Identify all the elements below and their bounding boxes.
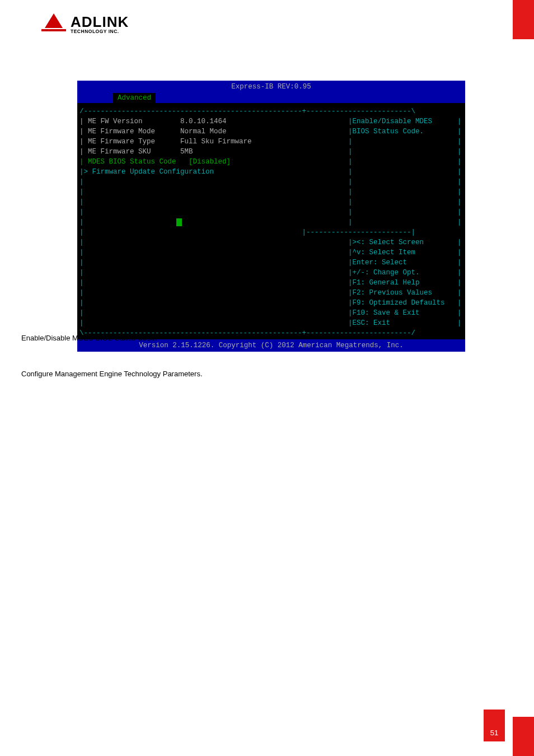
bios-help-left: | — [79, 298, 348, 308]
bios-cursor-row: | — [79, 217, 348, 227]
bios-row: || | — [79, 207, 463, 217]
bios-help-left: | — [79, 288, 348, 298]
bios-help-left: | — [79, 237, 348, 248]
bios-help-line: |Enter: Select | — [348, 258, 463, 268]
bios-title: Express-IB REV:0.95 — [77, 81, 465, 93]
bios-row-left: | — [79, 207, 348, 217]
bios-help-left: | — [79, 258, 348, 268]
bios-help-left: | — [79, 278, 348, 288]
bios-row: || | — [79, 187, 463, 197]
bios-row-right: | | — [348, 187, 463, 197]
bios-row-right: | | — [348, 157, 463, 167]
footer-red-strip — [513, 717, 534, 756]
bios-row: | ME Firmware Type Full Sku Firmware| | — [79, 137, 463, 147]
bios-row-right: | | — [348, 197, 463, 207]
bios-row-right: | | — [348, 167, 463, 177]
bios-row-right: | | — [348, 137, 463, 147]
bios-help-line: |^v: Select Item | — [348, 248, 463, 258]
bios-row-right: | | — [348, 217, 463, 227]
bios-tab-bar: Advanced — [77, 93, 465, 103]
logo-text-small: TECHNOLOGY INC. — [71, 29, 129, 34]
tab-advanced[interactable]: Advanced — [113, 93, 156, 103]
bios-help-left: | — [79, 248, 348, 258]
bios-help-line: |F10: Save & Exit | — [348, 308, 463, 318]
bios-row-left: | — [79, 177, 348, 187]
bios-row-left: | ME Firmware Mode Normal Mode — [79, 127, 348, 137]
bios-row-left: | ME FW Version 8.0.10.1464 — [79, 116, 348, 127]
bios-row-left: | — [79, 187, 348, 197]
bios-help-line: |F9: Optimized Defaults | — [348, 298, 463, 308]
bios-row: || | — [79, 177, 463, 187]
bios-row-right: | | — [348, 147, 463, 157]
bios-row: || | — [79, 197, 463, 207]
help-separator: | |-------------------------| — [79, 227, 463, 237]
bios-help-left: | — [79, 308, 348, 318]
bios-screenshot: Express-IB REV:0.95 Advanced /----------… — [77, 81, 465, 352]
bios-help-line: |F1: General Help | — [348, 278, 463, 288]
bios-row: |> Firmware Update Configuration| | — [79, 167, 463, 177]
bios-help-line: |F2: Previous Values | — [348, 288, 463, 298]
paragraph-mdes: Enable/Disable MDES BIOS Status Code. — [21, 334, 157, 342]
header-red-strip — [513, 0, 534, 39]
bios-help-line: |ESC: Exit | — [348, 318, 463, 328]
logo-text-big: ADLINK — [71, 15, 129, 29]
bios-row-right: | | — [348, 177, 463, 187]
bios-row: | MDES BIOS Status Code [Disabled]| | — [79, 157, 463, 167]
bios-help-left: | — [79, 318, 348, 328]
bios-help-line: |><: Select Screen | — [348, 237, 463, 248]
bios-row-left[interactable]: | MDES BIOS Status Code [Disabled] — [79, 157, 348, 167]
bios-row-right: |Enable/Disable MDES | — [348, 116, 463, 127]
brand-logo: ADLINK TECHNOLOGY INC. — [40, 12, 129, 36]
bios-row-right: | | — [348, 207, 463, 217]
bios-row-left: | — [79, 197, 348, 207]
bios-row-left: | ME Firmware SKU 5MB — [79, 147, 348, 157]
bios-row: | ME FW Version 8.0.10.1464|Enable/Disab… — [79, 116, 463, 127]
paragraph-me-params: Configure Management Engine Technology P… — [21, 370, 203, 378]
page-number: 51 — [484, 710, 505, 741]
cursor-icon — [176, 218, 182, 226]
bios-row-right: |BIOS Status Code. | — [348, 127, 463, 137]
logo-mark-icon — [40, 12, 67, 36]
bios-help-left: | — [79, 268, 348, 278]
bios-row-left: | ME Firmware Type Full Sku Firmware — [79, 137, 348, 147]
bios-help-line: |+/-: Change Opt. | — [348, 268, 463, 278]
bios-row-left[interactable]: |> Firmware Update Configuration — [79, 167, 348, 177]
bios-row: | ME Firmware SKU 5MB| | — [79, 147, 463, 157]
border-top: /---------------------------------------… — [79, 106, 463, 116]
bios-row: | ME Firmware Mode Normal Mode|BIOS Stat… — [79, 127, 463, 137]
bios-body: /---------------------------------------… — [77, 103, 465, 339]
